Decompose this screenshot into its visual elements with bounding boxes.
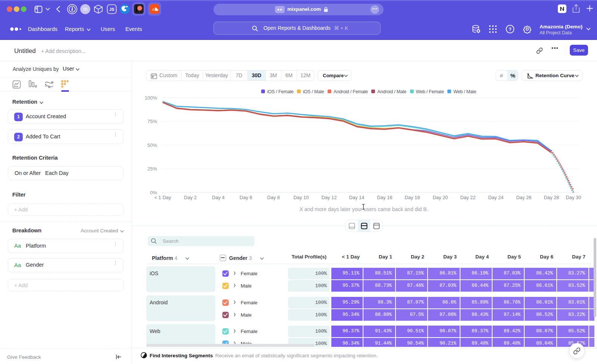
svg-text:Day 14: Day 14 <box>349 195 364 200</box>
svg-text:Day 8: Day 8 <box>267 195 280 200</box>
svg-text:75%: 75% <box>147 119 157 124</box>
svg-text:< 1 Day: < 1 Day <box>154 195 171 200</box>
svg-text:Day 6: Day 6 <box>240 195 252 200</box>
svg-text:Day 22: Day 22 <box>460 195 475 200</box>
svg-text:100%: 100% <box>145 95 157 101</box>
svg-text:Day 20: Day 20 <box>432 195 448 200</box>
svg-text:Day 4: Day 4 <box>212 195 225 200</box>
svg-text:Day 2: Day 2 <box>184 195 197 200</box>
svg-text:Day 30: Day 30 <box>566 195 581 200</box>
svg-text:Day 24: Day 24 <box>488 195 503 200</box>
svg-text:?: ? <box>509 27 512 32</box>
svg-text:Day 10: Day 10 <box>293 195 309 200</box>
svg-text:0%: 0% <box>150 190 157 195</box>
svg-text:Day 26: Day 26 <box>516 195 531 200</box>
svg-text:Day 16: Day 16 <box>377 195 392 200</box>
svg-text:Day 28: Day 28 <box>544 195 559 200</box>
svg-text:25%: 25% <box>147 166 157 172</box>
svg-text:50%: 50% <box>147 142 157 148</box>
svg-text:Day 12: Day 12 <box>321 195 337 200</box>
svg-text:JS: JS <box>109 7 114 12</box>
svg-text:Day 18: Day 18 <box>404 195 420 200</box>
